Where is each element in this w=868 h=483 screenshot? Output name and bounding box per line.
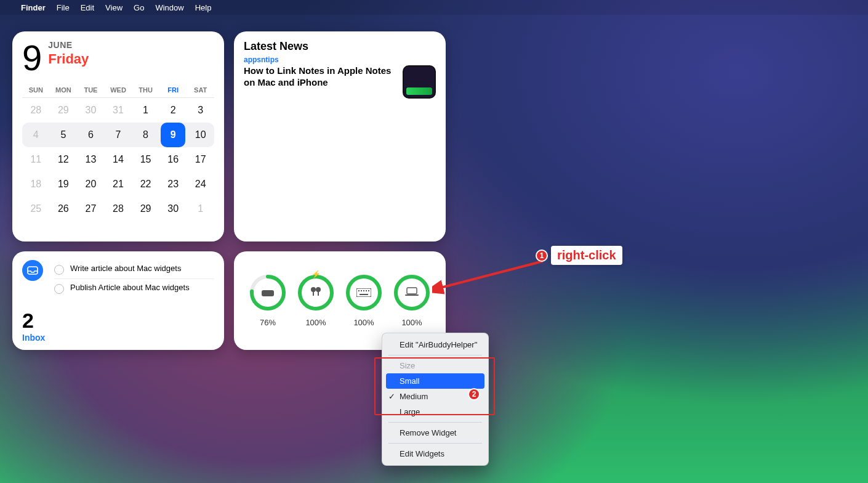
news-title: Latest News [244, 40, 436, 53]
battery-item[interactable]: 76% [250, 275, 286, 327]
svg-rect-0 [28, 267, 38, 274]
menubar-item-window[interactable]: Window [155, 3, 183, 12]
calendar-day[interactable]: 11 [22, 147, 50, 172]
calendar-day[interactable]: 25 [22, 197, 50, 221]
battery-percent: 76% [260, 318, 276, 327]
ctx-size-small[interactable]: Small [386, 373, 484, 389]
battery-percent: 100% [353, 318, 374, 327]
battery-ring [394, 275, 430, 310]
calendar-day[interactable]: 18 [22, 172, 50, 197]
menubar-app[interactable]: Finder [21, 3, 46, 12]
svg-point-11 [348, 277, 380, 309]
menubar-item-view[interactable]: View [105, 3, 123, 12]
calendar-day[interactable]: 12 [50, 147, 78, 172]
calendar-dow: FRI [159, 83, 187, 98]
inbox-tray-icon [22, 260, 43, 281]
reminders-widget[interactable]: Write article about Mac widgetsPublish A… [12, 251, 224, 350]
calendar-day[interactable]: 7 [105, 123, 132, 147]
calendar-day[interactable]: 27 [77, 197, 105, 221]
ctx-separator [388, 355, 482, 355]
news-widget[interactable]: Latest News appsntips How to Link Notes … [234, 31, 446, 242]
battery-ring [250, 275, 286, 310]
inbox-count: 2 [22, 309, 45, 333]
calendar-day[interactable]: 24 [187, 172, 214, 197]
calendar-day[interactable]: 29 [50, 98, 78, 123]
menubar[interactable]: Finder File Edit View Go Window Help [0, 0, 868, 15]
reminder-item[interactable]: Publish Article about Mac widgets [54, 279, 214, 298]
calendar-day[interactable]: 19 [50, 172, 78, 197]
reminder-item[interactable]: Write article about Mac widgets [54, 260, 214, 279]
calendar-day[interactable]: 21 [105, 172, 132, 197]
annotation-rc-label: right-click [551, 246, 622, 265]
battery-item[interactable]: 100% [394, 275, 430, 327]
calendar-widget[interactable]: 9 JUNE Friday SUNMONTUEWEDTHUFRISAT 2829… [12, 31, 224, 242]
calendar-day[interactable]: 30 [159, 197, 187, 221]
menubar-item-go[interactable]: Go [134, 3, 144, 12]
battery-ring [346, 275, 382, 310]
calendar-day[interactable]: 20 [77, 172, 105, 197]
calendar-day[interactable]: 15 [132, 147, 159, 172]
calendar-day[interactable]: 8 [132, 123, 159, 147]
calendar-dow: SAT [187, 83, 214, 98]
calendar-day[interactable]: 6 [77, 123, 105, 147]
ctx-size-header: Size [382, 358, 488, 373]
calendar-day[interactable]: 1 [132, 98, 159, 123]
battery-item[interactable]: 100% [346, 275, 382, 327]
ctx-separator [388, 443, 482, 444]
calendar-daynum: 9 [22, 42, 42, 74]
annotation-badge-1: 1 [536, 250, 548, 262]
calendar-day[interactable]: 14 [105, 147, 132, 172]
calendar-day[interactable]: 17 [187, 147, 214, 172]
news-thumbnail[interactable] [403, 65, 436, 99]
news-source: appsntips [244, 55, 436, 64]
calendar-day[interactable]: 1 [187, 197, 214, 221]
calendar-grid: SUNMONTUEWEDTHUFRISAT 282930311234567891… [22, 83, 214, 221]
calendar-day[interactable]: 4 [22, 123, 50, 147]
calendar-day[interactable]: 22 [132, 172, 159, 197]
calendar-weekday: Friday [48, 51, 89, 67]
ctx-edit-widgets[interactable]: Edit Widgets [382, 446, 488, 461]
calendar-dow: TUE [77, 83, 105, 98]
news-headline[interactable]: How to Link Notes in Apple Notes on Mac … [244, 65, 395, 89]
calendar-day[interactable]: 28 [105, 197, 132, 221]
calendar-day[interactable]: 31 [105, 98, 132, 123]
reminder-text: Publish Article about Mac widgets [70, 283, 190, 293]
calendar-dow: THU [132, 83, 159, 98]
svg-point-20 [396, 277, 428, 309]
calendar-day[interactable]: 26 [50, 197, 78, 221]
calendar-dow: WED [105, 83, 132, 98]
calendar-day[interactable]: 3 [187, 98, 214, 123]
battery-percent: 100% [401, 318, 422, 327]
menubar-item-edit[interactable]: Edit [81, 3, 94, 12]
calendar-day[interactable]: 2 [159, 98, 187, 123]
calendar-month: JUNE [48, 40, 89, 50]
battery-item[interactable]: ⚡100% [298, 275, 334, 327]
reminder-radio[interactable] [54, 284, 64, 294]
svg-line-23 [438, 261, 543, 288]
calendar-day[interactable]: 23 [159, 172, 187, 197]
calendar-day[interactable]: 28 [22, 98, 50, 123]
menubar-item-file[interactable]: File [57, 3, 70, 12]
menubar-item-help[interactable]: Help [195, 3, 212, 12]
reminder-text: Write article about Mac widgets [70, 264, 181, 274]
calendar-day[interactable]: 10 [187, 123, 214, 147]
calendar-day[interactable]: 9 [159, 123, 187, 147]
annotation-rightclick: right-click [551, 246, 622, 265]
calendar-day[interactable]: 29 [132, 197, 159, 221]
ctx-remove-widget[interactable]: Remove Widget [382, 425, 488, 440]
svg-point-5 [300, 277, 332, 309]
charging-icon: ⚡ [311, 270, 321, 278]
calendar-dow: SUN [22, 83, 50, 98]
calendar-day[interactable]: 13 [77, 147, 105, 172]
ctx-separator [388, 422, 482, 423]
ctx-size-large[interactable]: Large [382, 404, 488, 420]
calendar-day[interactable]: 16 [159, 147, 187, 172]
ctx-edit-widget[interactable]: Edit "AirBuddyHelper" [382, 337, 488, 352]
reminder-radio[interactable] [54, 265, 64, 275]
inbox-label: Inbox [22, 333, 45, 343]
battery-ring: ⚡ [298, 275, 334, 310]
calendar-day[interactable]: 5 [50, 123, 78, 147]
battery-percent: 100% [305, 318, 326, 327]
calendar-day[interactable]: 30 [77, 98, 105, 123]
calendar-dow: MON [50, 83, 78, 98]
